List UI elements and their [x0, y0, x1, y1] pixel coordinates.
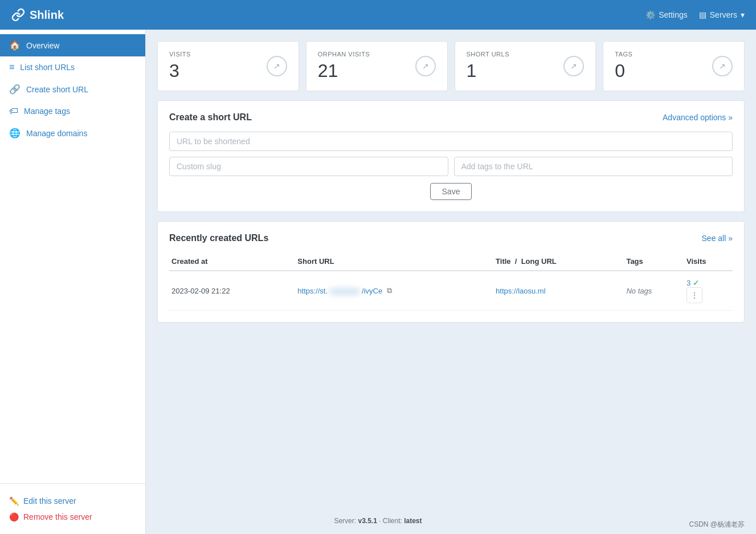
table-row: 2023-02-09 21:22 https://st.xxxxxxxx/ivy…: [169, 271, 733, 311]
stat-visits-label: VISITS: [169, 51, 191, 58]
stat-visits: VISITS 3 ↗: [157, 41, 299, 91]
copy-icon[interactable]: ⧉: [387, 286, 392, 295]
sidebar-item-label-domains: Manage domains: [26, 129, 87, 138]
sidebar-item-manage-domains[interactable]: 🌐 Manage domains: [0, 122, 145, 144]
settings-label: Settings: [659, 10, 688, 19]
page-footer: Server: v3.5.1 · Client: latest: [329, 512, 426, 529]
sidebar-item-manage-tags[interactable]: 🏷 Manage tags: [0, 100, 145, 122]
brand-name: Shlink: [30, 9, 64, 22]
col-short-url: Short URL: [295, 252, 493, 271]
servers-chevron-icon: ▾: [741, 10, 745, 19]
home-icon: 🏠: [9, 40, 21, 51]
create-panel-title: Create a short URL: [169, 112, 252, 123]
stat-visits-value: 3: [169, 60, 191, 81]
advanced-options-link[interactable]: Advanced options »: [663, 113, 733, 122]
url-input[interactable]: [169, 132, 733, 151]
brand-icon: [11, 8, 25, 22]
stats-row: VISITS 3 ↗ ORPHAN VISITS 21 ↗ SHORT URLS…: [157, 41, 745, 91]
edit-server-label: Edit this server: [23, 496, 76, 506]
navbar-actions: ⚙️ Settings ▤ Servers ▾: [645, 10, 745, 19]
navbar: Shlink ⚙️ Settings ▤ Servers ▾: [0, 0, 756, 30]
main-layout: 🏠 Overview ≡ List short URLs 🔗 Create sh…: [0, 30, 756, 534]
url-input-row: [169, 132, 733, 151]
see-all-link[interactable]: See all »: [702, 234, 733, 243]
stat-tags-info: TAGS 0: [615, 51, 632, 81]
link-icon: 🔗: [9, 84, 21, 95]
sidebar-item-label-create: Create short URL: [26, 85, 88, 94]
short-url-suffix: /ivyCe: [362, 287, 382, 295]
main-content: VISITS 3 ↗ ORPHAN VISITS 21 ↗ SHORT URLS…: [146, 30, 756, 534]
stat-visits-info: VISITS 3: [169, 51, 191, 81]
stat-orphan-visits-info: ORPHAN VISITS 21: [318, 51, 370, 81]
stat-short-urls-info: SHORT URLS 1: [467, 51, 510, 81]
stat-short-urls-value: 1: [467, 60, 510, 81]
stat-tags-btn[interactable]: ↗: [712, 56, 733, 76]
cell-created-at: 2023-02-09 21:22: [169, 271, 295, 311]
server-version: v3.5.1: [358, 517, 377, 525]
table-header: Created at Short URL Title / Long URL Ta…: [169, 252, 733, 271]
stat-orphan-visits-value: 21: [318, 60, 370, 81]
recent-urls-table: Created at Short URL Title / Long URL Ta…: [169, 252, 733, 311]
check-icon: ✓: [693, 278, 700, 287]
tags-input[interactable]: [454, 157, 733, 176]
row-actions-btn[interactable]: ⋮: [686, 287, 702, 303]
slug-tags-row: [169, 157, 733, 176]
stat-tags: TAGS 0 ↗: [603, 41, 745, 91]
stat-tags-value: 0: [615, 60, 632, 81]
stat-tags-label: TAGS: [615, 51, 632, 58]
stat-short-urls-label: SHORT URLS: [467, 51, 510, 58]
stat-orphan-visits-btn[interactable]: ↗: [415, 56, 436, 76]
cell-visits: 3 ✓ ⋮: [684, 271, 733, 311]
short-url-prefix: https://st.: [297, 287, 328, 295]
table-body: 2023-02-09 21:22 https://st.xxxxxxxx/ivy…: [169, 271, 733, 311]
watermark: CSDN @杨浦老苏: [689, 520, 745, 529]
remove-icon: 🔴: [9, 512, 19, 521]
col-visits: Visits: [684, 252, 733, 271]
sidebar-footer: ✏️ Edit this server 🔴 Remove this server: [0, 483, 145, 534]
create-panel-header: Create a short URL Advanced options »: [169, 112, 733, 123]
sidebar-item-create-short-url[interactable]: 🔗 Create short URL: [0, 78, 145, 100]
short-url-blurred: xxxxxxxx: [330, 287, 359, 295]
edit-server-link[interactable]: ✏️ Edit this server: [9, 493, 136, 509]
servers-link[interactable]: ▤ Servers ▾: [699, 10, 745, 19]
stat-orphan-visits: ORPHAN VISITS 21 ↗: [306, 41, 448, 91]
col-tags: Tags: [624, 252, 684, 271]
tag-icon: 🏷: [9, 106, 18, 116]
recent-urls-panel: Recently created URLs See all » Created …: [157, 221, 745, 323]
form-actions: Save: [169, 183, 733, 200]
create-short-url-panel: Create a short URL Advanced options » Sa…: [157, 100, 745, 212]
globe-icon: 🌐: [9, 128, 21, 138]
sidebar-item-label-overview: Overview: [26, 41, 59, 50]
client-version: latest: [404, 517, 422, 525]
table-header-row: Created at Short URL Title / Long URL Ta…: [169, 252, 733, 271]
recent-panel-title: Recently created URLs: [169, 233, 268, 243]
recent-panel-header: Recently created URLs See all »: [169, 233, 733, 243]
cell-tags: No tags: [624, 271, 684, 311]
save-button[interactable]: Save: [430, 183, 472, 200]
remove-server-link[interactable]: 🔴 Remove this server: [9, 509, 136, 525]
visits-number: 3: [686, 279, 690, 287]
sidebar: 🏠 Overview ≡ List short URLs 🔗 Create sh…: [0, 30, 146, 534]
remove-server-label: Remove this server: [23, 512, 92, 521]
sidebar-item-label-list: List short URLs: [20, 63, 75, 72]
stat-orphan-visits-label: ORPHAN VISITS: [318, 51, 370, 58]
sidebar-item-list-short-urls[interactable]: ≡ List short URLs: [0, 56, 145, 78]
list-icon: ≡: [9, 62, 14, 72]
brand: Shlink: [11, 8, 64, 22]
cell-short-url: https://st.xxxxxxxx/ivyCe ⧉: [295, 271, 493, 311]
cell-long-url[interactable]: https://laosu.ml: [493, 271, 624, 311]
col-created-at: Created at: [169, 252, 295, 271]
edit-icon: ✏️: [9, 496, 19, 506]
servers-label: Servers: [710, 10, 737, 19]
stat-short-urls: SHORT URLS 1 ↗: [455, 41, 596, 91]
settings-icon: ⚙️: [645, 10, 655, 19]
visits-cell-content: 3 ✓ ⋮: [686, 278, 730, 303]
col-long-url: Title / Long URL: [493, 252, 624, 271]
stat-short-urls-btn[interactable]: ↗: [563, 56, 584, 76]
sidebar-nav: 🏠 Overview ≡ List short URLs 🔗 Create sh…: [0, 30, 145, 483]
sidebar-item-overview[interactable]: 🏠 Overview: [0, 34, 145, 56]
short-url-content: https://st.xxxxxxxx/ivyCe ⧉: [297, 286, 491, 295]
slug-input[interactable]: [169, 157, 448, 176]
stat-visits-btn[interactable]: ↗: [267, 56, 287, 76]
settings-link[interactable]: ⚙️ Settings: [645, 10, 688, 19]
